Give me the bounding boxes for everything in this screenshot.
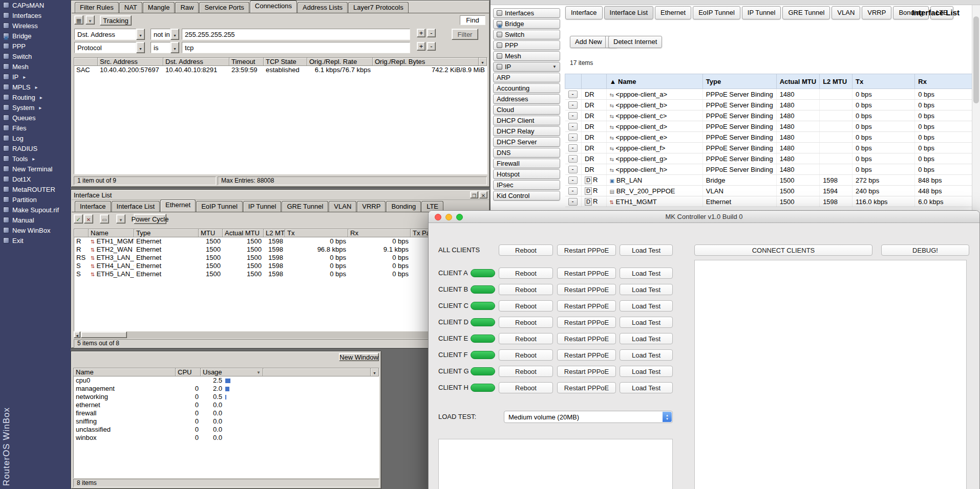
webfig-menu-item-switch[interactable]: Switch [493, 30, 560, 39]
tab-connections[interactable]: Connections [250, 1, 297, 13]
table-row[interactable]: RETH1_MGMTEthernet1500150015980 bps0 bps [74, 237, 487, 246]
client-e-restart-pppoe-button[interactable]: Restart PPPoE [557, 333, 616, 344]
minimize-traffic-light[interactable] [445, 214, 452, 220]
sidebar-item-switch[interactable]: Switch [0, 51, 71, 61]
column-header-orig-repl-rate[interactable]: Orig./Repl. Rate [307, 58, 373, 66]
sidebar-item-ip[interactable]: IP▸ [0, 72, 71, 82]
column-header-flags[interactable] [74, 58, 98, 66]
column-header-rx[interactable]: Rx [348, 229, 411, 237]
client-f-restart-pppoe-button[interactable]: Restart PPPoE [557, 349, 616, 361]
webfig-menu-item-bridge[interactable]: Bridge [493, 19, 560, 29]
scroll-left-button[interactable] [74, 331, 80, 338]
sidebar-item-new-terminal[interactable]: New Terminal [0, 164, 71, 174]
sidebar-item-tools[interactable]: Tools▸ [0, 153, 71, 164]
webfig-menu-item-cloud[interactable]: Cloud [493, 105, 560, 115]
collapse-row-button[interactable]: - [568, 91, 578, 98]
table-row[interactable]: -DR <pppoe-client_g>PPPoE Server Binding… [565, 153, 980, 164]
table-row[interactable]: SETH4_LAN_CEthernet1500150015980 bps0 bp… [74, 262, 487, 270]
table-row[interactable]: sniffing00.0 [74, 417, 379, 426]
tracking-button[interactable]: Tracking [100, 15, 132, 26]
table-row[interactable]: management02.0 [74, 385, 379, 393]
client-c-load-test-button[interactable]: Load Test [620, 300, 673, 312]
filter-button[interactable]: Filter [452, 29, 478, 40]
table-row[interactable]: -DR BR_V_200_PPPOEVLAN15001594240 bps448… [565, 186, 980, 196]
sidebar-item-queues[interactable]: Queues [0, 113, 71, 123]
sidebar-item-interfaces[interactable]: Interfaces [0, 10, 71, 20]
tab-vrrp[interactable]: VRRP [357, 201, 386, 212]
table-row[interactable]: unclassified00.0 [74, 426, 379, 434]
table-row[interactable]: RETH2_WANEthernet15001500159896.8 kbps9.… [74, 246, 487, 254]
webfig-menu-item-ipsec[interactable]: IPsec [493, 180, 560, 190]
table-row[interactable]: -DR <pppoe-client_h>PPPoE Server Binding… [565, 164, 980, 175]
filter-field-dropdown-button[interactable] [136, 29, 145, 40]
debug-button[interactable]: DEBUG! [881, 244, 969, 256]
table-row[interactable]: cpu02.5 [74, 376, 379, 385]
sidebar-item-manual[interactable]: Manual [0, 215, 71, 225]
new-window-button[interactable]: New Window [339, 353, 379, 361]
restore-button[interactable] [470, 191, 478, 198]
collapse-row-button[interactable]: - [568, 198, 578, 206]
table-row[interactable]: -DR <pppoe-client_f>PPPoE Server Binding… [565, 143, 980, 153]
close-traffic-light[interactable] [435, 214, 441, 220]
filter-operator-select[interactable]: is [151, 42, 171, 53]
sidebar-item-metarouter[interactable]: MetaROUTER [0, 184, 71, 194]
tab-interface-list[interactable]: Interface List [112, 201, 160, 212]
column-header-l2-mtu[interactable]: L2 MTU [820, 74, 853, 89]
client-b-load-test-button[interactable]: Load Test [620, 284, 673, 295]
webfig-menu-item-dhcp-relay[interactable]: DHCP Relay [493, 126, 560, 136]
collapse-row-button[interactable]: - [568, 187, 578, 195]
tab-ethernet[interactable]: Ethernet [160, 199, 196, 212]
sidebar-item-log[interactable]: Log [0, 133, 71, 143]
table-row[interactable]: winbox00.0 [74, 434, 379, 442]
client-e-load-test-button[interactable]: Load Test [620, 333, 673, 344]
remove-filter-button[interactable]: - [427, 29, 436, 37]
column-header-type[interactable]: Type [702, 74, 776, 89]
webfig-menu-item-kid-control[interactable]: Kid Control [493, 191, 560, 201]
filter-field-select[interactable]: Dst. Address [74, 29, 136, 40]
webfig-menu-item-interfaces[interactable]: Interfaces [493, 8, 560, 18]
table-row[interactable]: SETH5_LAN_DEthernet1500150015980 bps0 bp… [74, 270, 487, 278]
client-b-reboot-button[interactable]: Reboot [499, 284, 553, 295]
load-test-select[interactable]: Medium volume (20MB) ▲▼ [504, 411, 673, 423]
client-f-reboot-button[interactable]: Reboot [499, 349, 553, 361]
column-header-mtu[interactable]: MTU [199, 229, 223, 237]
webfig-tab-ip-tunnel[interactable]: IP Tunnel [742, 6, 781, 19]
client-c-reboot-button[interactable]: Reboot [499, 300, 553, 312]
table-row[interactable]: -DR <pppoe-client_b>PPPoE Server Binding… [565, 100, 980, 110]
tab-address-lists[interactable]: Address Lists [297, 2, 348, 13]
collapse-row-button[interactable]: - [568, 112, 578, 120]
column-header-rx[interactable]: Rx [915, 74, 980, 89]
sidebar-item-capsman[interactable]: CAPsMAN [0, 0, 71, 10]
tab-mangle[interactable]: Mangle [143, 2, 175, 13]
filter-value-input[interactable]: 255.255.255.255 [182, 29, 410, 40]
table-row[interactable]: -DR <pppoe-client_c>PPPoE Server Binding… [565, 110, 980, 121]
webfig-tab-gre-tunnel[interactable]: GRE Tunnel [782, 6, 830, 19]
webfig-tab-vrrp[interactable]: VRRP [862, 6, 891, 19]
webfig-menu-item-ppp[interactable]: PPP [493, 40, 560, 50]
detect-internet-button[interactable]: Detect Internet [608, 36, 662, 48]
column-header-src-address[interactable]: Src. Address [98, 58, 163, 66]
connect-clients-button[interactable]: CONNECT CLIENTS [694, 244, 872, 256]
power-cycle-button[interactable]: Power Cycle [134, 214, 166, 224]
tab-filter-rules[interactable]: Filter Rules [75, 2, 119, 13]
column-header-tcp-state[interactable]: TCP State [264, 58, 307, 66]
horizontal-scrollbar[interactable] [74, 331, 487, 338]
webfig-menu-item-arp[interactable]: ARP [493, 73, 560, 82]
filter-operator-dropdown-button[interactable] [171, 29, 179, 40]
tab-interface[interactable]: Interface [75, 201, 111, 212]
webfig-tab-interface-list[interactable]: Interface List [604, 6, 653, 19]
client-h-restart-pppoe-button[interactable]: Restart PPPoE [557, 382, 616, 393]
column-header-usage[interactable]: Usage [201, 368, 263, 376]
column-header-tx[interactable]: Tx [852, 74, 914, 89]
webfig-menu-item-accounting[interactable]: Accounting [493, 83, 560, 93]
client-g-reboot-button[interactable]: Reboot [499, 366, 553, 377]
webfig-menu-item-dhcp-client[interactable]: DHCP Client [493, 116, 560, 125]
webfig-tab-eoip-tunnel[interactable]: EoIP Tunnel [693, 6, 740, 19]
sidebar-item-mesh[interactable]: Mesh [0, 61, 71, 72]
filter-operator-dropdown-button[interactable] [171, 42, 179, 53]
sidebar-item-dot1x[interactable]: Dot1X [0, 174, 71, 184]
client-d-load-test-button[interactable]: Load Test [620, 317, 673, 328]
sidebar-item-routing[interactable]: Routing▸ [0, 92, 71, 102]
all-clients-reboot-button[interactable]: Reboot [499, 244, 553, 256]
column-layout-button[interactable] [74, 15, 83, 25]
